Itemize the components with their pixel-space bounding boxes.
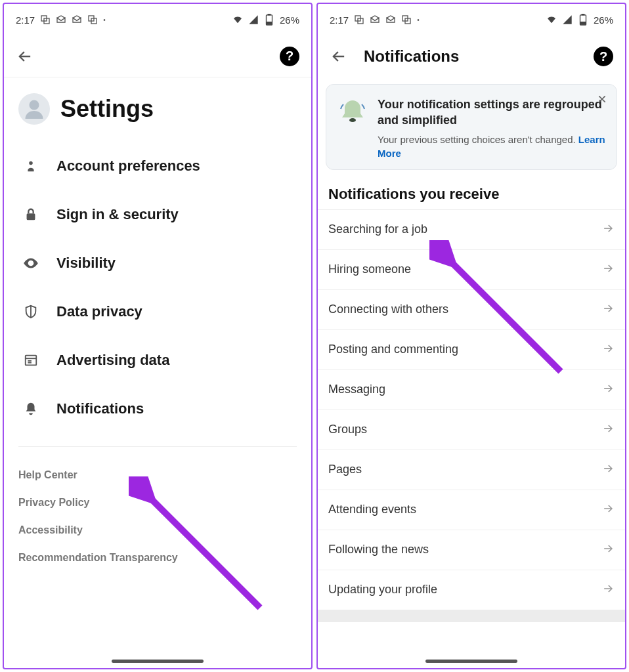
banner-title: Your notification settings are regrouped… [378,96,606,129]
banner-body: Your previous setting choices aren't cha… [378,133,606,160]
list-item-label: Searching for a job [328,222,427,236]
notif-updating-your-profile[interactable]: Updating your profile [318,570,625,610]
settings-item-label: Notifications [56,400,144,417]
status-icon [354,14,364,25]
notif-posting-and-commenting[interactable]: Posting and commenting [318,330,625,370]
mail-icon [72,14,82,25]
notif-hiring-someone[interactable]: Hiring someone [318,250,625,290]
footer-recommendation-transparency[interactable]: Recommendation Transparency [18,544,297,572]
settings-visibility[interactable]: Visibility [4,239,311,287]
settings-list: Account preferences Sign in & security V… [4,136,311,438]
svg-rect-6 [267,22,271,25]
lock-icon [22,206,39,223]
screen-notifications: 2:17 • 26% Notifications ? [316,3,626,669]
chevron-right-icon [601,382,615,398]
chevron-right-icon [601,462,615,478]
svg-point-7 [30,100,39,110]
list-item-label: Messaging [328,383,385,396]
svg-rect-5 [268,14,271,15]
bell-icon [22,400,39,417]
bell-illustration-icon [337,96,368,160]
svg-point-8 [29,161,33,165]
notif-attending-events[interactable]: Attending events [318,490,625,530]
page-title: Notifications [364,47,578,66]
settings-data-privacy[interactable]: Data privacy [4,287,311,336]
list-item-label: Pages [328,463,362,476]
mail-icon [385,14,396,25]
chevron-right-icon [601,542,615,558]
mail-icon [56,14,66,25]
status-battery: 26% [280,14,299,26]
svg-rect-22 [580,22,585,25]
battery-icon [578,14,588,25]
home-indicator [425,660,517,663]
close-button[interactable] [597,94,607,108]
footer-privacy-policy[interactable]: Privacy Policy [18,489,297,516]
notif-groups[interactable]: Groups [318,410,625,450]
notif-messaging[interactable]: Messaging [318,370,625,410]
list-item-label: Posting and commenting [328,343,458,356]
signal-icon [562,14,573,25]
chevron-right-icon [601,422,615,438]
help-button[interactable]: ? [280,47,299,66]
settings-item-label: Advertising data [56,352,169,369]
notif-connecting-with-others[interactable]: Connecting with others [318,290,625,330]
status-icon [401,14,412,25]
notif-searching-for-a-job[interactable]: Searching for a job [318,209,625,250]
settings-sign-in-security[interactable]: Sign in & security [4,190,311,239]
status-time: 2:17 [330,14,349,26]
chevron-right-icon [601,342,615,358]
settings-item-label: Data privacy [56,303,142,320]
footer-accessibility[interactable]: Accessibility [18,516,297,544]
home-indicator [112,660,204,663]
svg-rect-21 [582,14,584,15]
notif-pages[interactable]: Pages [318,450,625,490]
footer-help-center[interactable]: Help Center [18,461,297,489]
signal-icon [248,14,259,25]
status-time: 2:17 [16,14,35,26]
svg-point-10 [30,262,32,264]
status-bar: 2:17 • 26% [4,4,311,35]
notification-categories: Searching for a job Hiring someone Conne… [318,209,625,610]
status-icon [40,14,51,25]
settings-item-label: Visibility [56,255,116,272]
settings-advertising-data[interactable]: Advertising data [4,336,311,385]
person-icon [22,158,39,175]
section-title: Notifications you receive [318,177,625,209]
app-bar: Notifications ? [318,35,625,77]
status-dot: • [103,16,106,24]
page-heading: Settings [4,77,311,136]
settings-notifications[interactable]: Notifications [4,385,311,433]
list-item-label: Attending events [328,503,416,516]
settings-item-label: Sign in & security [56,206,179,223]
info-banner: Your notification settings are regrouped… [326,84,617,170]
app-bar: ? [4,35,311,77]
list-item-label: Connecting with others [328,303,448,316]
wifi-icon [546,14,557,25]
mail-icon [370,14,380,25]
list-item-label: Groups [328,423,367,436]
chevron-right-icon [601,582,615,598]
settings-account-preferences[interactable]: Account preferences [4,142,311,190]
settings-item-label: Account preferences [56,158,200,175]
chevron-right-icon [601,302,615,318]
status-dot: • [417,16,420,24]
avatar [18,93,50,125]
chevron-right-icon [601,262,615,278]
footer-links: Help Center Privacy Policy Accessibility… [18,446,297,572]
back-button[interactable] [330,47,348,66]
list-item-label: Hiring someone [328,262,411,276]
notif-following-the-news[interactable]: Following the news [318,530,625,570]
news-icon [22,352,39,369]
status-battery: 26% [594,14,613,26]
shield-icon [22,303,39,320]
chevron-right-icon [601,502,615,518]
page-title: Settings [60,95,154,123]
wifi-icon [232,14,243,25]
list-item-label: Updating your profile [328,583,437,597]
back-button[interactable] [16,47,34,66]
help-button[interactable]: ? [594,47,613,66]
list-item-label: Following the news [328,543,429,556]
eye-icon [22,255,39,272]
svg-point-23 [349,118,356,122]
